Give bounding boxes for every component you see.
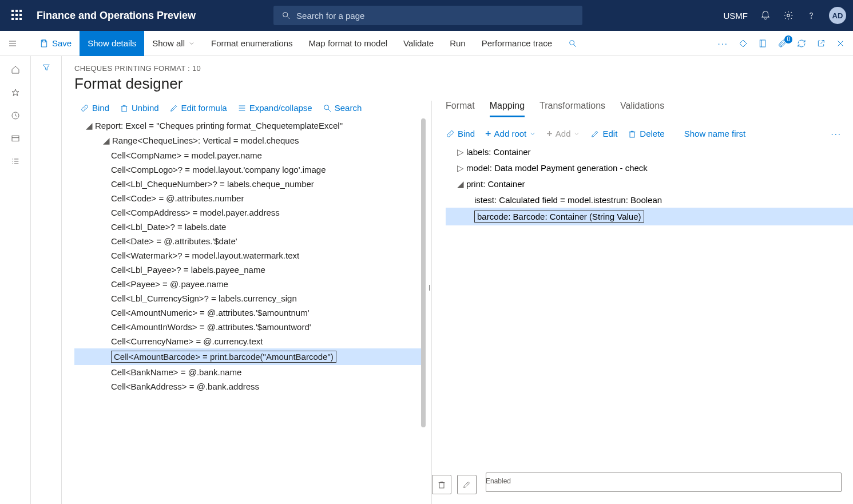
expand-collapse-button[interactable]: Expand/collapse	[237, 103, 312, 113]
page-title: Format designer	[74, 75, 853, 93]
app-title: Finance and Operations Preview	[37, 10, 196, 22]
svg-rect-10	[760, 40, 765, 47]
tree-item[interactable]: Cell<AmountBarcode> = print.barcode("Amo…	[74, 348, 426, 365]
run-button[interactable]: Run	[442, 31, 474, 56]
tree-item[interactable]: Cell<CurrencyName> = @.currency.text	[74, 334, 426, 348]
svg-line-9	[574, 45, 576, 47]
format-tree[interactable]: ◢Report: Excel = "Cheques printing forma…	[74, 118, 426, 504]
refresh-icon[interactable]	[797, 39, 806, 48]
tree-item[interactable]: Cell<CompLogo>? = model.layout.'company …	[74, 162, 426, 177]
search-button[interactable]: Search	[323, 103, 362, 113]
filter-column	[31, 56, 62, 504]
svg-line-28	[328, 109, 331, 112]
tree-node-barcode[interactable]: barcode: Barcode: Container (String Valu…	[446, 208, 853, 225]
tree-item[interactable]: Cell<Lbl_CurrencySign>? = labels.currenc…	[74, 291, 426, 305]
format-enumerations-button[interactable]: Format enumerations	[203, 31, 301, 56]
app-launcher-icon[interactable]	[11, 10, 23, 21]
tree-node-model[interactable]: ▷model: Data model Payment generation - …	[446, 160, 853, 176]
format-toolbar: Bind Unbind Edit formula Expand/collapse…	[74, 101, 426, 118]
search-input[interactable]	[296, 11, 574, 21]
modules-icon[interactable]	[11, 157, 20, 166]
map-format-button[interactable]: Map format to model	[301, 31, 396, 56]
overflow-menu[interactable]: ···	[717, 38, 728, 48]
tree-item[interactable]: Cell<AmountNumeric> = @.attributes.'$amo…	[74, 305, 426, 320]
clock-icon[interactable]	[11, 111, 20, 120]
bell-icon[interactable]	[760, 10, 771, 21]
delete-icon-button[interactable]	[432, 475, 451, 494]
performance-trace-button[interactable]: Performance trace	[474, 31, 560, 56]
bind-button[interactable]: Bind	[446, 129, 475, 138]
tree-item[interactable]: Cell<Date> = @.attributes.'$date'	[74, 234, 426, 248]
svg-point-8	[570, 40, 574, 45]
tree-node-print[interactable]: ◢print: Container	[446, 176, 853, 192]
tree-node-istest[interactable]: istest: Calculated field = model.istestr…	[446, 192, 853, 208]
tree-root[interactable]: ◢Report: Excel = "Cheques printing forma…	[74, 118, 426, 133]
tree-item[interactable]: Cell<CompName> = model.payer.name	[74, 148, 426, 162]
tree-item[interactable]: Cell<Payee> = @.payee.name	[74, 277, 426, 291]
show-name-first-button[interactable]: Show name first	[684, 129, 746, 138]
tree-item[interactable]: Cell<BankName> = @.bank.name	[74, 365, 426, 379]
edit-button[interactable]: Edit	[590, 129, 617, 138]
scrollbar[interactable]	[421, 118, 426, 427]
tab-format[interactable]: Format	[446, 101, 475, 117]
overflow-menu[interactable]: ···	[831, 129, 842, 138]
splitter[interactable]: ||	[429, 284, 430, 291]
edit-formula-button[interactable]: Edit formula	[169, 103, 227, 113]
home-icon[interactable]	[11, 65, 20, 74]
mapping-tree[interactable]: ▷labels: Container ▷model: Data model Pa…	[446, 144, 853, 225]
filter-icon[interactable]	[42, 63, 51, 72]
command-bar: Save Show details Show all Format enumer…	[0, 31, 853, 56]
office-icon[interactable]	[758, 39, 767, 48]
validate-button[interactable]: Validate	[395, 31, 442, 56]
tab-transformations[interactable]: Transformations	[539, 101, 605, 117]
star-icon[interactable]	[11, 88, 20, 97]
tree-item[interactable]: Cell<Code> = @.attributes.number	[74, 191, 426, 205]
unbind-button[interactable]: Unbind	[120, 103, 159, 113]
find-button[interactable]	[560, 31, 585, 56]
save-button[interactable]: Save	[31, 31, 80, 56]
right-tabs: Format Mapping Transformations Validatio…	[446, 101, 853, 121]
tree-item[interactable]: Cell<Lbl_Payee>? = labels.payee_name	[74, 263, 426, 277]
delete-button[interactable]: Delete	[628, 129, 664, 138]
mapping-toolbar: Bind +Add root +Add Edit Delete Show nam…	[446, 121, 853, 144]
svg-rect-15	[12, 136, 19, 141]
show-all-button[interactable]: Show all	[144, 31, 203, 56]
svg-point-27	[324, 105, 328, 109]
workspace-icon[interactable]	[11, 134, 20, 143]
tree-item[interactable]: Cell<CompAddress> = model.payer.address	[74, 205, 426, 220]
left-nav-rail	[0, 56, 31, 504]
search-icon	[281, 11, 291, 20]
svg-point-3	[811, 18, 811, 18]
tree-range[interactable]: ◢Range<ChequeLines>: Vertical = model.ch…	[74, 133, 426, 148]
add-root-button[interactable]: +Add root	[485, 129, 536, 138]
svg-line-1	[287, 17, 289, 19]
tree-item[interactable]: Cell<AmountInWords> = @.attributes.'$amo…	[74, 320, 426, 334]
show-details-button[interactable]: Show details	[80, 31, 144, 56]
popout-icon[interactable]	[816, 39, 826, 48]
close-icon[interactable]	[836, 39, 845, 48]
attachments-button[interactable]: 0	[777, 39, 787, 48]
svg-point-2	[787, 14, 790, 17]
diamond-icon[interactable]	[739, 39, 748, 48]
user-avatar[interactable]: AD	[829, 7, 846, 24]
add-button: +Add	[546, 129, 580, 138]
help-icon[interactable]	[806, 10, 816, 21]
tree-item[interactable]: Cell<Watermark>? = model.layout.watermar…	[74, 248, 426, 263]
tree-item[interactable]: Cell<Lbl_Date>? = labels.date	[74, 220, 426, 234]
tree-node-labels[interactable]: ▷labels: Container	[446, 144, 853, 160]
tree-item[interactable]: Cell<Lbl_ChequeNumber>? = labels.cheque_…	[74, 177, 426, 191]
svg-rect-7	[42, 40, 45, 42]
global-search[interactable]	[273, 6, 582, 25]
tab-mapping[interactable]: Mapping	[490, 101, 525, 117]
global-header: Finance and Operations Preview USMF AD	[0, 0, 853, 31]
svg-rect-29	[630, 132, 634, 137]
gear-icon[interactable]	[783, 10, 794, 21]
tree-item[interactable]: Cell<BankAddress> = @.bank.address	[74, 379, 426, 394]
bind-button[interactable]: Bind	[80, 103, 109, 113]
tab-validations[interactable]: Validations	[620, 101, 664, 117]
hamburger-icon[interactable]	[8, 39, 17, 48]
svg-point-0	[283, 13, 288, 17]
edit-icon-button[interactable]	[457, 475, 477, 494]
enabled-field[interactable]	[486, 473, 842, 492]
company-code[interactable]: USMF	[724, 11, 748, 21]
